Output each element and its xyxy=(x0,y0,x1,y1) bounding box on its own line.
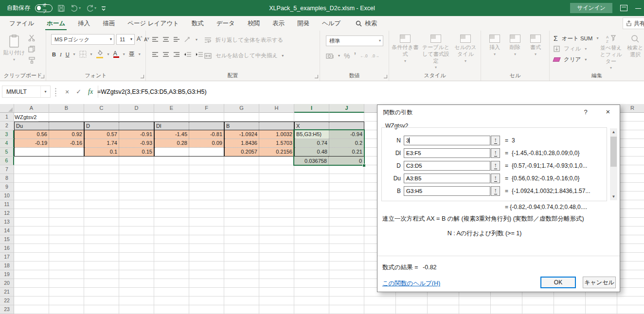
row-header[interactable]: 7 xyxy=(0,165,14,174)
cell-e4[interactable]: 0.28 xyxy=(155,139,189,147)
column-header[interactable]: B xyxy=(49,104,84,113)
cell-d4[interactable]: -0.93 xyxy=(119,139,154,147)
dialog-scrollbar[interactable]: ▲ ▼ xyxy=(610,128,617,200)
orientation-icon[interactable] xyxy=(184,36,192,43)
cell-i3-editing[interactable]: B5,G3:H5) xyxy=(295,130,329,139)
cell-c5[interactable]: 0.1 xyxy=(85,148,119,156)
clipboard-dialog-launcher-icon[interactable] xyxy=(41,75,44,78)
select-all-corner[interactable] xyxy=(0,104,14,113)
sort-filter-button[interactable]: A Z 並べ替えとフィルター ▾ xyxy=(598,31,624,70)
dropdown-icon[interactable]: ▾ xyxy=(40,86,50,97)
row-header[interactable]: 2 xyxy=(0,122,14,130)
row-header[interactable]: 20 xyxy=(0,279,14,288)
minimize-button[interactable]: — xyxy=(635,5,641,12)
arg-input-dl[interactable]: E3:F5 xyxy=(404,148,490,158)
row-header[interactable]: 1 xyxy=(0,113,14,122)
cell-f4[interactable]: 0.09 xyxy=(189,139,224,147)
range-selector-button[interactable]: ↑ xyxy=(491,148,500,158)
arg-input-b[interactable]: G3:H5 xyxy=(404,186,490,196)
column-header[interactable]: F xyxy=(189,104,224,113)
undo-button[interactable]: ▾ xyxy=(70,4,81,12)
cell-a5[interactable] xyxy=(15,148,49,156)
cell-j5[interactable]: 0.21 xyxy=(329,148,364,156)
cell-e5[interactable] xyxy=(155,148,189,156)
cell-a3[interactable]: 0.56 xyxy=(15,130,49,139)
row-header[interactable]: 16 xyxy=(0,244,14,253)
row-header[interactable]: 4 xyxy=(0,139,14,148)
row-header[interactable]: 18 xyxy=(0,262,14,270)
format-as-table-button[interactable]: テーブルとして書式設定 ▾ xyxy=(420,31,451,70)
cell-i4[interactable]: 0.74 xyxy=(295,139,329,147)
row-header[interactable]: 23 xyxy=(0,305,14,314)
column-header[interactable]: A xyxy=(14,104,49,113)
cell-a1[interactable]: WZgtsv2 xyxy=(15,113,38,122)
row-header[interactable]: 11 xyxy=(0,200,14,209)
cell-h5[interactable]: 0.2156 xyxy=(259,148,294,156)
cell-g5[interactable]: 0.2057 xyxy=(225,148,259,156)
row-header[interactable]: 10 xyxy=(0,192,14,200)
column-header[interactable]: I xyxy=(294,104,329,113)
ribbon-tab[interactable]: ページ レイアウト xyxy=(121,16,185,31)
phonetic-guide-button[interactable]: 亜 xyxy=(129,50,135,58)
align-center-icon[interactable] xyxy=(162,52,169,58)
cancel-button[interactable]: キャンセル xyxy=(583,277,616,288)
ribbon-tab[interactable]: データ xyxy=(210,16,241,31)
cell-c4[interactable]: 1.74 xyxy=(85,139,119,147)
ribbon-tab[interactable]: ファイル xyxy=(3,16,40,31)
ribbon-display-options-icon[interactable] xyxy=(620,5,627,11)
cell-j4[interactable]: 0.2 xyxy=(329,139,364,147)
scroll-down-icon[interactable]: ▼ xyxy=(610,193,617,200)
row-header[interactable]: 15 xyxy=(0,235,14,244)
arg-input-d[interactable]: C3:D5 xyxy=(404,161,490,171)
scroll-up-icon[interactable]: ▲ xyxy=(610,128,617,136)
column-header[interactable]: E xyxy=(154,104,189,113)
table-header-b[interactable]: B xyxy=(225,122,259,130)
ribbon-tab[interactable]: 挿入 xyxy=(72,16,96,31)
cancel-entry-button[interactable]: × xyxy=(65,88,69,96)
range-selector-button[interactable]: ↑ xyxy=(491,136,500,145)
wrap-text-button[interactable]: 折り返して全体を表示する xyxy=(215,36,284,44)
insert-function-button[interactable]: fx xyxy=(88,88,93,96)
alignment-dialog-launcher-icon[interactable] xyxy=(315,75,318,78)
format-painter-icon[interactable] xyxy=(28,57,36,64)
search-box[interactable]: 検索 xyxy=(356,19,377,28)
font-size-combo[interactable]: 11 ▾ xyxy=(116,34,135,45)
borders-icon[interactable] xyxy=(79,51,87,58)
font-dialog-launcher-icon[interactable] xyxy=(141,75,144,78)
formula-bar-handle[interactable] xyxy=(55,87,56,96)
arg-input-du[interactable]: A3:B5 xyxy=(404,174,490,183)
decrease-indent-icon[interactable] xyxy=(184,52,192,58)
decrease-decimal-button[interactable]: .0→ xyxy=(372,53,379,58)
accounting-format-icon[interactable] xyxy=(326,53,334,59)
dialog-close-icon[interactable]: × xyxy=(603,107,613,116)
copy-icon[interactable] xyxy=(28,46,36,52)
align-middle-icon[interactable] xyxy=(162,37,169,43)
cell-d3[interactable]: -0.91 xyxy=(119,130,154,139)
confirm-entry-button[interactable]: ✓ xyxy=(76,88,81,95)
ok-button[interactable]: OK xyxy=(540,277,576,288)
number-dialog-launcher-icon[interactable] xyxy=(384,75,387,78)
cell-styles-button[interactable]: セルのスタイル ▾ xyxy=(452,31,479,63)
align-right-icon[interactable] xyxy=(173,52,180,58)
font-color-button[interactable]: A xyxy=(113,51,119,58)
ribbon-tab[interactable]: ホーム xyxy=(40,16,72,31)
cell-j6[interactable]: 0 xyxy=(329,157,363,165)
arg-input-n[interactable]: 3 xyxy=(404,136,490,145)
share-button[interactable]: 共有 xyxy=(623,17,644,29)
function-help-link[interactable]: この関数のヘルプ(H) xyxy=(382,279,440,288)
row-header[interactable]: 21 xyxy=(0,288,14,297)
increase-decimal-button[interactable]: ←.0 xyxy=(360,53,368,58)
cell-b5[interactable] xyxy=(49,148,84,156)
cell-h3[interactable]: 1.0032 xyxy=(259,130,294,139)
row-header[interactable]: 13 xyxy=(0,218,14,227)
align-bottom-icon[interactable] xyxy=(173,37,180,43)
cell-g3[interactable]: -1.0924 xyxy=(225,130,259,139)
row-header[interactable]: 6 xyxy=(0,157,14,165)
column-header[interactable]: H xyxy=(259,104,294,113)
ribbon-tab[interactable]: 描画 xyxy=(96,16,121,31)
scroll-thumb[interactable] xyxy=(610,137,617,167)
cell-f5[interactable] xyxy=(189,148,224,156)
column-header[interactable]: J xyxy=(329,104,364,113)
customize-qat-icon[interactable] xyxy=(101,5,106,11)
clear-button[interactable]: クリア ▾ xyxy=(554,56,587,63)
